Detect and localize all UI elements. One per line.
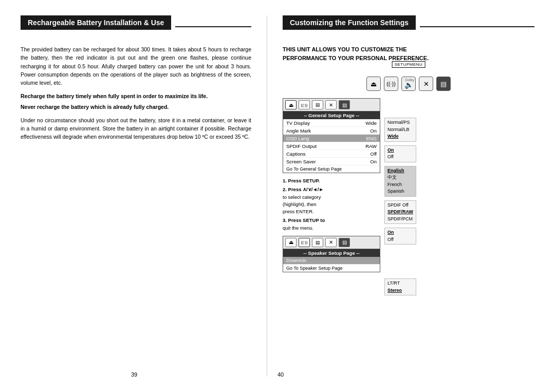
g-icon-2: ((·))	[299, 100, 310, 109]
speaker-row-downmix: Downmix	[283, 257, 380, 265]
side-item-spdif-pcm: SPDIF/PCM	[387, 216, 413, 223]
s-icon-5: ▤	[339, 238, 350, 247]
general-icons-row: ⏏ ((·)) ▤ ✕ ▤	[283, 99, 380, 111]
remote-icon-eject: ⏏	[366, 77, 381, 91]
side-item-wide: Wide	[387, 133, 413, 140]
instruction-3: 3. Press SETUP toquit the menu.	[283, 217, 380, 232]
g-icon-3: ▤	[312, 100, 323, 109]
setup-row-osd: OSD Lang ENG	[283, 135, 380, 142]
side-item-on-angle: On	[387, 147, 413, 154]
side-item-stereo: Stereo	[387, 287, 413, 294]
side-group-spdif: SPDIF Off SPDIF/RAW SPDIF/PCM	[384, 200, 416, 225]
g-icon-1: ⏏	[285, 100, 297, 109]
side-item-chinese: 中文	[387, 174, 413, 181]
main-right-content: ⏏ ((·)) ▤ ✕ ▤ -- General Setup Page -- T…	[283, 98, 534, 295]
left-bold1: Recharge the battery timely when fully s…	[21, 92, 251, 100]
side-item-english: English	[387, 167, 413, 175]
setup-row-tv: TV Display Wide	[283, 119, 380, 127]
instruction-2: 2. Press ∧/∨/◄/►to select category(highl…	[283, 186, 380, 215]
side-options: Normal/PS Normal/LB Wide On Off English …	[384, 98, 416, 295]
general-setup-wrapper: ⏏ ((·)) ▤ ✕ ▤ -- General Setup Page -- T…	[283, 98, 380, 173]
left-panel: Rechargeable Battery Installation & Use …	[21, 15, 267, 377]
page-container: Rechargeable Battery Installation & Use …	[0, 0, 555, 392]
s-icon-2: ((·))	[299, 238, 310, 247]
s-icon-3: ▤	[312, 238, 323, 247]
left-para2: Under no circumstance should you short o…	[21, 116, 251, 141]
side-item-normalps: Normal/PS	[387, 119, 413, 126]
side-group-lang: English 中文 French Spanish	[384, 166, 416, 197]
speaker-icons-row: ⏏ ((·)) ▤ ✕ ▤	[283, 236, 380, 249]
speaker-setup-wrapper: ⏏ ((·)) ▤ ✕ ▤ -- Speaker Setup Page -- D…	[283, 236, 380, 272]
side-group-screensaver: On Off	[384, 228, 416, 245]
side-group-downmix: LT/RT Stereo	[384, 278, 416, 295]
side-group-angle: On Off	[384, 145, 416, 162]
side-item-off-ss: Off	[387, 236, 413, 244]
side-item-french: French	[387, 181, 413, 189]
general-setup-header: -- General Setup Page --	[283, 111, 380, 119]
left-para1: The provided battery can be recharged fo…	[21, 45, 251, 87]
screens-column: ⏏ ((·)) ▤ ✕ ▤ -- General Setup Page -- T…	[283, 98, 380, 295]
intro-text: THIS UNIT ALLOWS YOU TO CUSTOMIZE THE PE…	[283, 45, 534, 62]
side-item-ltrt: LT/RT	[387, 280, 413, 287]
g-icon-4: ✕	[325, 100, 337, 109]
left-bold2: Never recharge the battery which is alre…	[21, 103, 251, 111]
remote-icon-menu: ▤	[436, 77, 451, 91]
page-number-left: 39	[131, 371, 137, 378]
instructions: 1. Press SETUP. 2. Press ∧/∨/◄/►to selec…	[283, 177, 380, 232]
side-item-off-angle: Off	[387, 154, 413, 161]
remote-icons-row: ⏏ ((·)) Dolby 🔈 ✕ ▤	[366, 77, 451, 91]
side-item-spanish: Spanish	[387, 188, 413, 195]
right-panel: Customizing the Function Settings THIS U…	[267, 15, 534, 377]
right-section-title: Customizing the Function Settings	[283, 15, 416, 30]
side-item-spdif-raw: SPDIF/RAW	[387, 209, 413, 216]
go-to-speaker: Go To Speaker Setup Page	[283, 265, 380, 272]
g-icon-5: ▤	[339, 100, 350, 109]
s-icon-1: ⏏	[285, 238, 297, 247]
left-section-title: Rechargeable Battery Installation & Use	[21, 15, 171, 30]
setup-row-spdif: SPDIF Output RAW	[283, 142, 380, 150]
page-number-right: 40	[278, 371, 284, 378]
go-to-general: Go To General Setup Page	[283, 165, 380, 173]
speaker-setup-header: -- Speaker Setup Page --	[283, 249, 380, 257]
instruction-1: 1. Press SETUP.	[283, 177, 380, 184]
side-group-tv: Normal/PS Normal/LB Wide	[384, 118, 416, 142]
left-title-wrapper: Rechargeable Battery Installation & Use	[21, 15, 251, 38]
speaker-setup-screen: ⏏ ((·)) ▤ ✕ ▤ -- Speaker Setup Page -- D…	[283, 236, 380, 272]
side-item-normallb: Normal/LB	[387, 126, 413, 134]
right-title-wrapper: Customizing the Function Settings	[283, 15, 534, 38]
remote-icon-dolby: Dolby 🔈	[401, 77, 416, 91]
remote-icon-x: ✕	[419, 77, 433, 91]
remote-icon-audio: ((·))	[384, 77, 398, 91]
general-setup-screen: ⏏ ((·)) ▤ ✕ ▤ -- General Setup Page -- T…	[283, 98, 380, 173]
side-item-spdif-off: SPDIF Off	[387, 202, 413, 209]
setup-menu-label: SETUPMENU	[392, 61, 425, 68]
setup-row-screensaver: Screen Saver On	[283, 158, 380, 165]
setup-row-captions: Captions Off	[283, 150, 380, 158]
side-item-on-ss: On	[387, 229, 413, 236]
setup-row-angle: Angle Mark On	[283, 127, 380, 135]
s-icon-4: ✕	[325, 238, 337, 247]
